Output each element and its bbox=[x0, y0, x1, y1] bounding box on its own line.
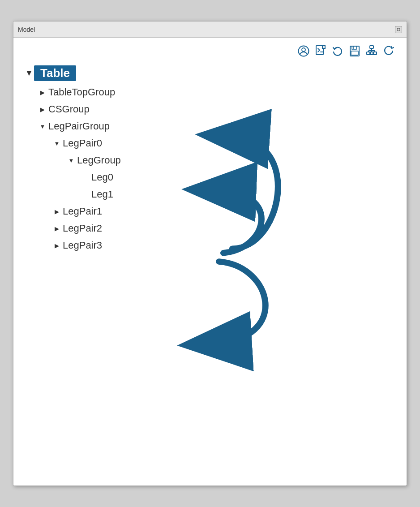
tree-row-tabletopgroup[interactable]: ▶ TableTopGroup bbox=[39, 84, 399, 101]
tree-node-legpairgroup: ▼ LegPairGroup ▼ LegPair0 bbox=[39, 118, 399, 254]
label-leg1: Leg1 bbox=[91, 189, 113, 200]
tree-node-leg0: ▶ Leg0 bbox=[82, 169, 399, 186]
hierarchy-icon[interactable] bbox=[365, 45, 378, 57]
svg-rect-6 bbox=[351, 51, 358, 55]
tree-node-leg1: ▶ Leg1 bbox=[82, 186, 399, 203]
tree-children-leggroup: ▶ Leg0 ▶ bbox=[68, 169, 399, 203]
code-icon[interactable] bbox=[314, 45, 327, 57]
toggle-legpair1[interactable]: ▶ bbox=[54, 208, 60, 215]
title-bar: Model □ bbox=[13, 21, 407, 38]
label-csgroup: CSGroup bbox=[48, 103, 90, 115]
tree-row-leg0[interactable]: ▶ Leg0 bbox=[82, 169, 399, 186]
label-table: Table bbox=[34, 65, 76, 81]
tree-row-legpairgroup[interactable]: ▼ LegPairGroup bbox=[39, 118, 399, 135]
label-legpair3: LegPair3 bbox=[63, 240, 102, 251]
svg-rect-5 bbox=[352, 46, 356, 49]
toggle-legpair2[interactable]: ▶ bbox=[54, 225, 60, 232]
svg-point-1 bbox=[302, 48, 305, 52]
toggle-tabletopgroup[interactable]: ▶ bbox=[39, 89, 46, 96]
undo-icon[interactable] bbox=[331, 45, 344, 57]
tree-children-table: ▶ TableTopGroup ▶ CSGroup bbox=[25, 84, 399, 254]
window-title: Model bbox=[18, 26, 35, 33]
tree-node-legpair0: ▼ LegPair0 ▼ LegGroup bbox=[54, 135, 399, 203]
refresh-icon[interactable] bbox=[382, 45, 395, 57]
tree-node-csgroup: ▶ CSGroup bbox=[39, 101, 399, 118]
tree-node-legpair2: ▶ LegPair2 bbox=[54, 220, 399, 237]
toggle-legpair3[interactable]: ▶ bbox=[54, 242, 60, 249]
tree-row-legpair2[interactable]: ▶ LegPair2 bbox=[54, 220, 399, 237]
maximize-button[interactable]: □ bbox=[395, 26, 402, 33]
save-icon[interactable] bbox=[348, 45, 361, 57]
tree-row-table[interactable]: ▼ Table bbox=[25, 63, 399, 84]
svg-rect-8 bbox=[370, 46, 373, 48]
toggle-leggroup[interactable]: ▼ bbox=[68, 157, 74, 164]
content-area: ▼ Table ▶ TableTopGroup ▶ bbox=[13, 38, 407, 486]
tree: ▼ Table ▶ TableTopGroup ▶ bbox=[21, 61, 399, 254]
toolbar bbox=[21, 45, 399, 57]
tree-row-leggroup[interactable]: ▼ LegGroup bbox=[68, 152, 399, 169]
tree-node-tabletopgroup: ▶ TableTopGroup bbox=[39, 84, 399, 101]
tree-node-root: ▼ Table ▶ TableTopGroup ▶ bbox=[25, 63, 399, 254]
tree-row-csgroup[interactable]: ▶ CSGroup bbox=[39, 101, 399, 118]
tree-children-legpairgroup: ▼ LegPair0 ▼ LegGroup bbox=[39, 135, 399, 254]
toggle-table[interactable]: ▼ bbox=[25, 69, 31, 78]
toggle-csgroup[interactable]: ▶ bbox=[39, 106, 46, 113]
label-legpair2: LegPair2 bbox=[63, 223, 102, 234]
tree-row-legpair0[interactable]: ▼ LegPair0 bbox=[54, 135, 399, 152]
label-legpair0: LegPair0 bbox=[63, 137, 102, 149]
label-legpair1: LegPair1 bbox=[63, 206, 102, 217]
label-legpairgroup: LegPairGroup bbox=[48, 120, 110, 132]
toggle-legpair0[interactable]: ▼ bbox=[54, 140, 60, 147]
tree-node-leggroup: ▼ LegGroup ▶ bbox=[68, 152, 399, 203]
window-controls: □ bbox=[395, 26, 402, 33]
tree-row-legpair3[interactable]: ▶ LegPair3 bbox=[54, 237, 399, 254]
tree-node-legpair3: ▶ LegPair3 bbox=[54, 237, 399, 254]
tree-children-legpair0: ▼ LegGroup ▶ bbox=[54, 152, 399, 203]
tree-row-leg1[interactable]: ▶ Leg1 bbox=[82, 186, 399, 203]
user-icon[interactable] bbox=[297, 45, 310, 57]
label-leggroup: LegGroup bbox=[77, 155, 121, 166]
tree-row-legpair1[interactable]: ▶ LegPair1 bbox=[54, 203, 399, 220]
label-tabletopgroup: TableTopGroup bbox=[48, 86, 115, 98]
tree-node-legpair1: ▶ LegPair1 bbox=[54, 203, 399, 220]
toggle-legpairgroup[interactable]: ▼ bbox=[39, 123, 46, 130]
label-leg0: Leg0 bbox=[91, 172, 113, 183]
model-window: Model □ bbox=[13, 21, 407, 486]
